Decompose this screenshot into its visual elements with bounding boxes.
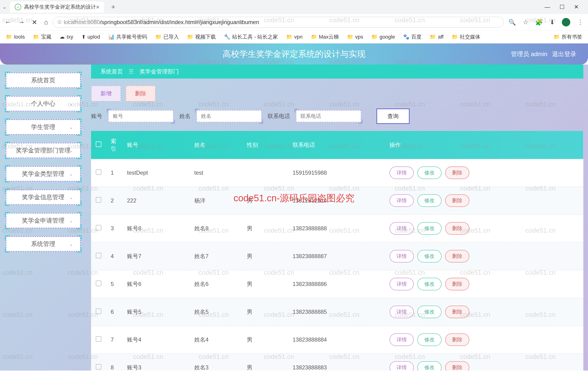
row-checkbox[interactable] xyxy=(91,215,106,243)
search-input[interactable] xyxy=(296,110,361,122)
bookmark-item[interactable]: 📁vpn xyxy=(286,34,302,40)
url-bar: ← → ✕ ⌂ ⓘ localhost:8080/springboot583nf… xyxy=(0,14,588,30)
row-delete-button[interactable]: 删除 xyxy=(445,333,469,346)
delete-button[interactable]: 删除 xyxy=(126,86,156,101)
bookmark-item[interactable]: 📊共享账号密码 xyxy=(108,33,147,40)
detail-button[interactable]: 详情 xyxy=(389,250,414,263)
row-phone: 13823888888 xyxy=(288,215,385,243)
sidebar-item-label: 奖学金管理部门管理 xyxy=(16,146,71,154)
browser-tab[interactable]: ✓ 高校学生奖学金评定系统的设计 × xyxy=(10,1,104,13)
bookmark-item[interactable]: ☁txy xyxy=(60,34,73,40)
window-controls: — ☐ ✕ xyxy=(545,4,586,10)
bookmark-item[interactable]: 📁tools xyxy=(6,34,25,40)
bookmark-item[interactable]: 📁Max云梯 xyxy=(311,33,339,40)
bookmark-item[interactable]: 📁视频下载 xyxy=(187,33,216,40)
bookmark-item[interactable]: 📁已导入 xyxy=(155,33,179,40)
row-delete-button[interactable]: 删除 xyxy=(445,361,469,371)
row-name: 姓名6 xyxy=(190,270,242,298)
star-icon[interactable]: ☆ xyxy=(523,19,528,26)
row-checkbox[interactable] xyxy=(91,326,106,354)
search-input[interactable] xyxy=(196,110,262,122)
row-checkbox[interactable] xyxy=(91,270,106,298)
row-ops: 详情 修改 删除 xyxy=(385,270,583,298)
sidebar-item-label: 个人中心 xyxy=(31,99,55,108)
sidebar-item[interactable]: 学生管理⌄ xyxy=(6,120,81,135)
row-ops: 详情 修改 删除 xyxy=(385,187,583,215)
query-button[interactable]: 查询 xyxy=(377,109,410,124)
info-icon[interactable]: ⓘ xyxy=(58,20,62,25)
sidebar-item[interactable]: 奖学金类型管理⌄ xyxy=(6,166,81,181)
sidebar-item[interactable]: 奖学金信息管理⌄ xyxy=(6,190,81,205)
row-checkbox[interactable] xyxy=(91,159,106,187)
add-button[interactable]: 新增 xyxy=(91,86,121,101)
row-delete-button[interactable]: 删除 xyxy=(445,194,469,207)
close-window-icon[interactable]: ✕ xyxy=(574,4,579,10)
forward-icon[interactable]: → xyxy=(18,19,25,26)
row-checkbox[interactable] xyxy=(91,298,106,326)
detail-button[interactable]: 详情 xyxy=(389,222,414,235)
detail-button[interactable]: 详情 xyxy=(389,333,414,346)
edit-button[interactable]: 修改 xyxy=(417,361,441,371)
bookmark-item[interactable]: 📁google xyxy=(371,34,395,40)
row-delete-button[interactable]: 删除 xyxy=(445,278,469,290)
extensions-icon[interactable]: 🧩 xyxy=(535,19,543,26)
bookmark-item[interactable]: 📁vps xyxy=(347,34,363,40)
url-toolbar: 🔍 ☆ 🧩 ⬇ W ⋮ xyxy=(508,18,583,26)
sidebar-item[interactable]: 奖学金申请管理⌄ xyxy=(6,213,81,228)
edit-button[interactable]: 修改 xyxy=(417,222,441,235)
sidebar-item[interactable]: 个人中心⌄ xyxy=(6,96,81,111)
edit-button[interactable]: 修改 xyxy=(417,166,441,179)
row-delete-button[interactable]: 删除 xyxy=(445,306,469,318)
folder-icon: 📁 xyxy=(553,34,560,40)
edit-button[interactable]: 修改 xyxy=(417,333,441,346)
detail-button[interactable]: 详情 xyxy=(389,278,414,290)
edit-button[interactable]: 修改 xyxy=(417,194,441,207)
header-checkbox[interactable] xyxy=(91,131,106,159)
bookmark-label: 百度 xyxy=(411,33,421,40)
bookmark-item[interactable]: 🔧站长工具 - 站长之家 xyxy=(224,33,278,40)
sidebar-item[interactable]: 奖学金管理部门管理⌄ xyxy=(6,143,81,158)
close-icon[interactable]: × xyxy=(96,3,99,11)
row-delete-button[interactable]: 删除 xyxy=(445,166,469,179)
search-icon[interactable]: 🔍 xyxy=(508,19,516,26)
detail-button[interactable]: 详情 xyxy=(389,166,414,179)
avatar[interactable]: W xyxy=(562,18,570,26)
sidebar-item-label: 奖学金类型管理 xyxy=(22,170,64,178)
home-icon[interactable]: ⌂ xyxy=(44,19,48,26)
maximize-icon[interactable]: ☐ xyxy=(559,4,565,10)
edit-button[interactable]: 修改 xyxy=(417,278,441,290)
table-body: 1 testDept test 15915915988 详情 修改 删除 2 2… xyxy=(91,159,583,371)
all-bookmarks[interactable]: 📁 所有书签 xyxy=(553,33,582,40)
chevron-down-icon[interactable]: ⌄ xyxy=(2,4,7,10)
sidebar-item[interactable]: 系统首页 xyxy=(6,73,81,88)
menu-icon[interactable]: ⋮ xyxy=(577,19,583,26)
sidebar-item[interactable]: 系统管理⌄ xyxy=(6,236,81,252)
row-delete-button[interactable]: 删除 xyxy=(445,222,469,235)
detail-button[interactable]: 详情 xyxy=(389,306,414,318)
url-input[interactable]: ⓘ localhost:8080/springboot583nf/admin/d… xyxy=(53,17,504,28)
edit-button[interactable]: 修改 xyxy=(417,250,441,263)
minimize-icon[interactable]: — xyxy=(545,4,550,10)
detail-button[interactable]: 详情 xyxy=(389,194,414,207)
bookmark-item[interactable]: 🐾百度 xyxy=(403,33,421,40)
row-delete-button[interactable]: 删除 xyxy=(445,250,469,263)
detail-button[interactable]: 详情 xyxy=(389,361,414,371)
row-name: 姓名5 xyxy=(190,298,242,326)
edit-button[interactable]: 修改 xyxy=(417,306,441,318)
bookmark-item[interactable]: 📁社交媒体 xyxy=(452,33,480,40)
row-checkbox[interactable] xyxy=(91,243,106,270)
bookmark-item[interactable]: 📁aff xyxy=(430,34,443,40)
new-tab-button[interactable]: + xyxy=(111,3,115,11)
stop-icon[interactable]: ✕ xyxy=(32,19,37,26)
bookmark-label: uplod xyxy=(88,34,100,40)
logout-link[interactable]: 退出登录 xyxy=(552,50,576,58)
bookmark-item[interactable]: ⬆uplod xyxy=(82,34,100,40)
tab-bar: ⌄ ✓ 高校学生奖学金评定系统的设计 × + — ☐ ✕ xyxy=(0,0,588,14)
bookmark-item[interactable]: 📁宝藏 xyxy=(33,33,51,40)
breadcrumb-home[interactable]: 系统首页 xyxy=(100,68,123,75)
row-checkbox[interactable] xyxy=(91,354,106,371)
back-icon[interactable]: ← xyxy=(5,19,11,26)
search-input[interactable] xyxy=(108,110,174,122)
row-checkbox[interactable] xyxy=(91,187,106,215)
download-icon[interactable]: ⬇ xyxy=(550,19,555,26)
